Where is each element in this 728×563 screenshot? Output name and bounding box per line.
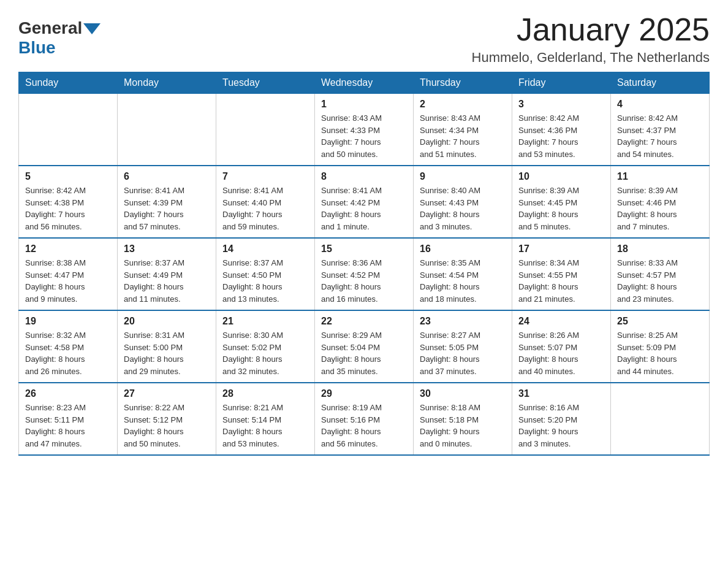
day-info: Sunrise: 8:39 AM Sunset: 4:46 PM Dayligh… bbox=[617, 185, 703, 232]
calendar-cell: 17Sunrise: 8:34 AM Sunset: 4:55 PM Dayli… bbox=[512, 238, 611, 310]
calendar-cell: 15Sunrise: 8:36 AM Sunset: 4:52 PM Dayli… bbox=[315, 238, 414, 310]
calendar-cell bbox=[216, 94, 315, 166]
col-header-saturday: Saturday bbox=[611, 72, 710, 94]
day-info: Sunrise: 8:30 AM Sunset: 5:02 PM Dayligh… bbox=[222, 329, 308, 377]
calendar-cell: 2Sunrise: 8:43 AM Sunset: 4:34 PM Daylig… bbox=[414, 94, 512, 166]
col-header-sunday: Sunday bbox=[19, 72, 118, 94]
calendar-cell: 27Sunrise: 8:22 AM Sunset: 5:12 PM Dayli… bbox=[118, 383, 216, 455]
calendar-cell: 4Sunrise: 8:42 AM Sunset: 4:37 PM Daylig… bbox=[611, 94, 710, 166]
day-number: 15 bbox=[321, 243, 407, 255]
day-info: Sunrise: 8:42 AM Sunset: 4:37 PM Dayligh… bbox=[617, 112, 703, 160]
calendar-cell: 9Sunrise: 8:40 AM Sunset: 4:43 PM Daylig… bbox=[414, 166, 512, 238]
calendar-cell: 28Sunrise: 8:21 AM Sunset: 5:14 PM Dayli… bbox=[216, 383, 315, 455]
day-info: Sunrise: 8:41 AM Sunset: 4:40 PM Dayligh… bbox=[222, 185, 308, 232]
day-info: Sunrise: 8:35 AM Sunset: 4:54 PM Dayligh… bbox=[420, 257, 506, 305]
day-number: 14 bbox=[222, 243, 308, 255]
calendar-cell: 20Sunrise: 8:31 AM Sunset: 5:00 PM Dayli… bbox=[118, 310, 216, 383]
calendar-cell: 24Sunrise: 8:26 AM Sunset: 5:07 PM Dayli… bbox=[512, 310, 611, 383]
calendar-week-row: 12Sunrise: 8:38 AM Sunset: 4:47 PM Dayli… bbox=[19, 238, 710, 310]
col-header-monday: Monday bbox=[118, 72, 216, 94]
day-number: 5 bbox=[25, 171, 111, 182]
logo-triangle-icon bbox=[83, 23, 100, 34]
calendar-cell: 31Sunrise: 8:16 AM Sunset: 5:20 PM Dayli… bbox=[512, 383, 611, 455]
calendar-table: SundayMondayTuesdayWednesdayThursdayFrid… bbox=[18, 72, 710, 456]
day-number: 13 bbox=[124, 243, 210, 255]
calendar-cell: 19Sunrise: 8:32 AM Sunset: 4:58 PM Dayli… bbox=[19, 310, 118, 383]
calendar-cell: 8Sunrise: 8:41 AM Sunset: 4:42 PM Daylig… bbox=[315, 166, 414, 238]
day-number: 8 bbox=[321, 171, 407, 182]
day-info: Sunrise: 8:36 AM Sunset: 4:52 PM Dayligh… bbox=[321, 257, 407, 305]
calendar-cell: 12Sunrise: 8:38 AM Sunset: 4:47 PM Dayli… bbox=[19, 238, 118, 310]
day-info: Sunrise: 8:27 AM Sunset: 5:05 PM Dayligh… bbox=[420, 329, 506, 377]
day-number: 31 bbox=[518, 388, 604, 399]
calendar-cell: 21Sunrise: 8:30 AM Sunset: 5:02 PM Dayli… bbox=[216, 310, 315, 383]
calendar-cell: 25Sunrise: 8:25 AM Sunset: 5:09 PM Dayli… bbox=[611, 310, 710, 383]
calendar-cell: 23Sunrise: 8:27 AM Sunset: 5:05 PM Dayli… bbox=[414, 310, 512, 383]
day-number: 9 bbox=[420, 171, 506, 182]
day-info: Sunrise: 8:37 AM Sunset: 4:50 PM Dayligh… bbox=[222, 257, 308, 305]
day-info: Sunrise: 8:22 AM Sunset: 5:12 PM Dayligh… bbox=[124, 402, 210, 450]
day-info: Sunrise: 8:43 AM Sunset: 4:33 PM Dayligh… bbox=[321, 112, 407, 160]
day-number: 30 bbox=[420, 388, 506, 399]
day-info: Sunrise: 8:26 AM Sunset: 5:07 PM Dayligh… bbox=[518, 329, 604, 377]
logo-blue-text: Blue bbox=[18, 38, 56, 57]
day-info: Sunrise: 8:43 AM Sunset: 4:34 PM Dayligh… bbox=[420, 112, 506, 160]
day-number: 23 bbox=[420, 316, 506, 327]
calendar-cell: 3Sunrise: 8:42 AM Sunset: 4:36 PM Daylig… bbox=[512, 94, 611, 166]
day-number: 26 bbox=[25, 388, 111, 399]
day-info: Sunrise: 8:32 AM Sunset: 4:58 PM Dayligh… bbox=[25, 329, 111, 377]
calendar-cell bbox=[19, 94, 118, 166]
calendar-week-row: 1Sunrise: 8:43 AM Sunset: 4:33 PM Daylig… bbox=[19, 94, 710, 166]
day-number: 10 bbox=[518, 171, 604, 182]
calendar-cell: 16Sunrise: 8:35 AM Sunset: 4:54 PM Dayli… bbox=[414, 238, 512, 310]
col-header-wednesday: Wednesday bbox=[315, 72, 414, 94]
day-number: 25 bbox=[617, 316, 703, 327]
day-number: 21 bbox=[222, 316, 308, 327]
day-number: 2 bbox=[420, 99, 506, 110]
day-info: Sunrise: 8:21 AM Sunset: 5:14 PM Dayligh… bbox=[222, 402, 308, 450]
logo: General Blue bbox=[18, 18, 100, 58]
day-number: 22 bbox=[321, 316, 407, 327]
day-number: 11 bbox=[617, 171, 703, 182]
day-info: Sunrise: 8:40 AM Sunset: 4:43 PM Dayligh… bbox=[420, 185, 506, 232]
col-header-tuesday: Tuesday bbox=[216, 72, 315, 94]
calendar-cell: 13Sunrise: 8:37 AM Sunset: 4:49 PM Dayli… bbox=[118, 238, 216, 310]
day-number: 12 bbox=[25, 243, 111, 255]
calendar-cell bbox=[611, 383, 710, 455]
calendar-cell: 26Sunrise: 8:23 AM Sunset: 5:11 PM Dayli… bbox=[19, 383, 118, 455]
day-info: Sunrise: 8:41 AM Sunset: 4:42 PM Dayligh… bbox=[321, 185, 407, 232]
month-title: January 2025 bbox=[472, 12, 710, 47]
calendar-cell: 29Sunrise: 8:19 AM Sunset: 5:16 PM Dayli… bbox=[315, 383, 414, 455]
day-number: 1 bbox=[321, 99, 407, 110]
day-number: 29 bbox=[321, 388, 407, 399]
calendar-cell: 7Sunrise: 8:41 AM Sunset: 4:40 PM Daylig… bbox=[216, 166, 315, 238]
calendar-cell: 11Sunrise: 8:39 AM Sunset: 4:46 PM Dayli… bbox=[611, 166, 710, 238]
calendar-cell: 14Sunrise: 8:37 AM Sunset: 4:50 PM Dayli… bbox=[216, 238, 315, 310]
day-info: Sunrise: 8:37 AM Sunset: 4:49 PM Dayligh… bbox=[124, 257, 210, 305]
day-info: Sunrise: 8:39 AM Sunset: 4:45 PM Dayligh… bbox=[518, 185, 604, 232]
day-info: Sunrise: 8:25 AM Sunset: 5:09 PM Dayligh… bbox=[617, 329, 703, 377]
day-info: Sunrise: 8:16 AM Sunset: 5:20 PM Dayligh… bbox=[518, 402, 604, 450]
logo-general-text: General bbox=[18, 18, 82, 38]
day-info: Sunrise: 8:38 AM Sunset: 4:47 PM Dayligh… bbox=[25, 257, 111, 305]
day-number: 4 bbox=[617, 99, 703, 110]
day-info: Sunrise: 8:19 AM Sunset: 5:16 PM Dayligh… bbox=[321, 402, 407, 450]
day-number: 7 bbox=[222, 171, 308, 182]
calendar-cell bbox=[118, 94, 216, 166]
calendar-cell: 6Sunrise: 8:41 AM Sunset: 4:39 PM Daylig… bbox=[118, 166, 216, 238]
col-header-friday: Friday bbox=[512, 72, 611, 94]
day-number: 20 bbox=[124, 316, 210, 327]
calendar-cell: 10Sunrise: 8:39 AM Sunset: 4:45 PM Dayli… bbox=[512, 166, 611, 238]
day-number: 3 bbox=[518, 99, 604, 110]
day-number: 18 bbox=[617, 243, 703, 255]
calendar-cell: 18Sunrise: 8:33 AM Sunset: 4:57 PM Dayli… bbox=[611, 238, 710, 310]
location-title: Hummelo, Gelderland, The Netherlands bbox=[472, 50, 710, 66]
day-info: Sunrise: 8:41 AM Sunset: 4:39 PM Dayligh… bbox=[124, 185, 210, 232]
day-number: 17 bbox=[518, 243, 604, 255]
calendar-cell: 30Sunrise: 8:18 AM Sunset: 5:18 PM Dayli… bbox=[414, 383, 512, 455]
calendar-week-row: 5Sunrise: 8:42 AM Sunset: 4:38 PM Daylig… bbox=[19, 166, 710, 238]
day-info: Sunrise: 8:18 AM Sunset: 5:18 PM Dayligh… bbox=[420, 402, 506, 450]
day-info: Sunrise: 8:42 AM Sunset: 4:36 PM Dayligh… bbox=[518, 112, 604, 160]
calendar-cell: 1Sunrise: 8:43 AM Sunset: 4:33 PM Daylig… bbox=[315, 94, 414, 166]
day-info: Sunrise: 8:42 AM Sunset: 4:38 PM Dayligh… bbox=[25, 185, 111, 232]
